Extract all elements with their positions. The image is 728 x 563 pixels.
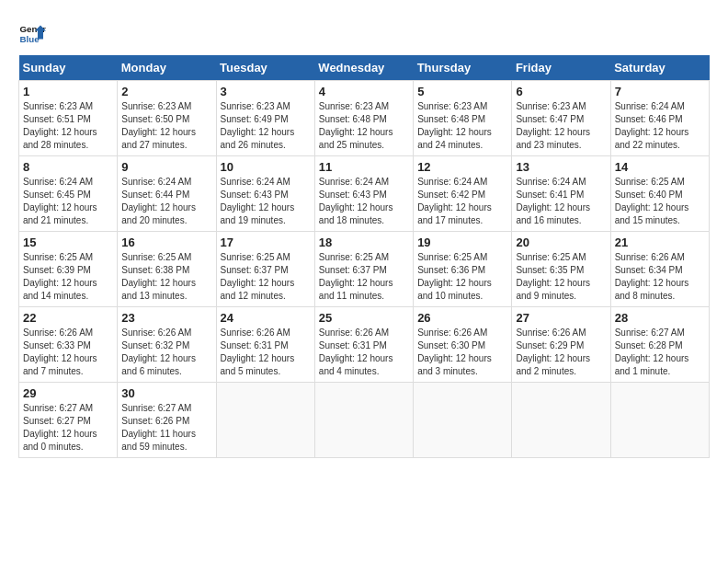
day-info: Sunrise: 6:26 AMSunset: 6:32 PMDaylight:… [121,327,211,378]
day-number: 27 [516,311,606,325]
day-cell-29: 29Sunrise: 6:27 AMSunset: 6:27 PMDayligh… [19,383,118,458]
day-cell-7: 7Sunrise: 6:24 AMSunset: 6:46 PMDaylight… [610,81,709,156]
day-cell-4: 4Sunrise: 6:23 AMSunset: 6:48 PMDaylight… [314,81,413,156]
day-info: Sunrise: 6:25 AMSunset: 6:37 PMDaylight:… [319,251,409,303]
day-number: 25 [319,311,409,325]
day-cell-21: 21Sunrise: 6:26 AMSunset: 6:34 PMDayligh… [610,232,709,307]
weekday-header-sunday: Sunday [19,55,118,81]
day-info: Sunrise: 6:24 AMSunset: 6:41 PMDaylight:… [516,176,606,227]
weekday-header-wednesday: Wednesday [314,55,413,81]
weekday-header-monday: Monday [118,55,216,81]
day-info: Sunrise: 6:23 AMSunset: 6:48 PMDaylight:… [417,100,507,152]
day-cell-19: 19Sunrise: 6:25 AMSunset: 6:36 PMDayligh… [414,232,512,307]
day-cell-27: 27Sunrise: 6:26 AMSunset: 6:29 PMDayligh… [512,307,610,383]
day-cell-23: 23Sunrise: 6:26 AMSunset: 6:32 PMDayligh… [118,307,216,383]
day-info: Sunrise: 6:26 AMSunset: 6:33 PMDaylight:… [23,327,113,378]
day-number: 13 [516,160,606,174]
empty-cell [610,383,709,458]
day-cell-25: 25Sunrise: 6:26 AMSunset: 6:31 PMDayligh… [314,307,413,383]
svg-text:Blue: Blue [20,34,40,44]
day-number: 19 [417,236,507,249]
logo: General Blue [18,18,46,46]
day-number: 12 [417,160,507,174]
day-number: 29 [23,386,113,400]
day-info: Sunrise: 6:25 AMSunset: 6:35 PMDaylight:… [516,251,606,303]
day-info: Sunrise: 6:24 AMSunset: 6:45 PMDaylight:… [23,176,113,227]
day-cell-30: 30Sunrise: 6:27 AMSunset: 6:26 PMDayligh… [118,383,216,458]
day-info: Sunrise: 6:24 AMSunset: 6:42 PMDaylight:… [417,176,507,227]
day-info: Sunrise: 6:26 AMSunset: 6:31 PMDaylight:… [221,327,311,378]
calendar-week-row: 15Sunrise: 6:25 AMSunset: 6:39 PMDayligh… [19,232,710,307]
day-info: Sunrise: 6:24 AMSunset: 6:44 PMDaylight:… [121,176,211,227]
day-info: Sunrise: 6:24 AMSunset: 6:43 PMDaylight:… [221,176,311,227]
day-number: 15 [23,236,113,249]
day-cell-28: 28Sunrise: 6:27 AMSunset: 6:28 PMDayligh… [610,307,709,383]
day-cell-15: 15Sunrise: 6:25 AMSunset: 6:39 PMDayligh… [19,232,118,307]
day-number: 20 [516,236,606,249]
day-number: 3 [221,85,311,98]
weekday-header-friday: Friday [512,55,610,81]
day-number: 1 [23,85,113,98]
day-number: 22 [23,311,113,325]
calendar-week-row: 8Sunrise: 6:24 AMSunset: 6:45 PMDaylight… [19,156,710,232]
day-cell-11: 11Sunrise: 6:24 AMSunset: 6:43 PMDayligh… [314,156,413,232]
day-cell-13: 13Sunrise: 6:24 AMSunset: 6:41 PMDayligh… [512,156,610,232]
day-info: Sunrise: 6:23 AMSunset: 6:49 PMDaylight:… [221,100,311,152]
empty-cell [314,383,413,458]
calendar-week-row: 1Sunrise: 6:23 AMSunset: 6:51 PMDaylight… [19,81,710,156]
day-info: Sunrise: 6:23 AMSunset: 6:48 PMDaylight:… [319,100,409,152]
day-number: 26 [417,311,507,325]
day-number: 9 [121,160,211,174]
day-number: 10 [221,160,311,174]
day-cell-3: 3Sunrise: 6:23 AMSunset: 6:49 PMDaylight… [216,81,314,156]
day-cell-20: 20Sunrise: 6:25 AMSunset: 6:35 PMDayligh… [512,232,610,307]
day-info: Sunrise: 6:25 AMSunset: 6:40 PMDaylight:… [615,176,705,227]
day-info: Sunrise: 6:23 AMSunset: 6:50 PMDaylight:… [121,100,211,152]
weekday-header-row: SundayMondayTuesdayWednesdayThursdayFrid… [19,55,710,81]
day-info: Sunrise: 6:27 AMSunset: 6:26 PMDaylight:… [121,402,211,454]
day-info: Sunrise: 6:27 AMSunset: 6:27 PMDaylight:… [23,402,113,454]
day-info: Sunrise: 6:23 AMSunset: 6:51 PMDaylight:… [23,100,113,152]
day-info: Sunrise: 6:24 AMSunset: 6:43 PMDaylight:… [319,176,409,227]
day-number: 4 [319,85,409,98]
day-number: 16 [121,236,211,249]
day-cell-10: 10Sunrise: 6:24 AMSunset: 6:43 PMDayligh… [216,156,314,232]
day-info: Sunrise: 6:23 AMSunset: 6:47 PMDaylight:… [516,100,606,152]
day-info: Sunrise: 6:25 AMSunset: 6:37 PMDaylight:… [221,251,311,303]
day-number: 2 [121,85,211,98]
calendar-table: SundayMondayTuesdayWednesdayThursdayFrid… [18,55,710,458]
day-cell-24: 24Sunrise: 6:26 AMSunset: 6:31 PMDayligh… [216,307,314,383]
day-cell-8: 8Sunrise: 6:24 AMSunset: 6:45 PMDaylight… [19,156,118,232]
day-cell-17: 17Sunrise: 6:25 AMSunset: 6:37 PMDayligh… [216,232,314,307]
page-header: General Blue [18,18,710,46]
day-cell-6: 6Sunrise: 6:23 AMSunset: 6:47 PMDaylight… [512,81,610,156]
day-number: 14 [615,160,705,174]
day-number: 17 [221,236,311,249]
day-info: Sunrise: 6:25 AMSunset: 6:39 PMDaylight:… [23,251,113,303]
day-number: 21 [615,236,705,249]
day-number: 8 [23,160,113,174]
day-cell-26: 26Sunrise: 6:26 AMSunset: 6:30 PMDayligh… [414,307,512,383]
day-number: 6 [516,85,606,98]
day-cell-16: 16Sunrise: 6:25 AMSunset: 6:38 PMDayligh… [118,232,216,307]
weekday-header-tuesday: Tuesday [216,55,314,81]
day-cell-12: 12Sunrise: 6:24 AMSunset: 6:42 PMDayligh… [414,156,512,232]
logo-icon: General Blue [18,18,46,46]
weekday-header-saturday: Saturday [610,55,709,81]
day-cell-1: 1Sunrise: 6:23 AMSunset: 6:51 PMDaylight… [19,81,118,156]
day-cell-9: 9Sunrise: 6:24 AMSunset: 6:44 PMDaylight… [118,156,216,232]
day-number: 24 [221,311,311,325]
empty-cell [414,383,512,458]
day-info: Sunrise: 6:25 AMSunset: 6:36 PMDaylight:… [417,251,507,303]
day-info: Sunrise: 6:26 AMSunset: 6:29 PMDaylight:… [516,327,606,378]
day-info: Sunrise: 6:26 AMSunset: 6:34 PMDaylight:… [615,251,705,303]
day-cell-22: 22Sunrise: 6:26 AMSunset: 6:33 PMDayligh… [19,307,118,383]
day-cell-2: 2Sunrise: 6:23 AMSunset: 6:50 PMDaylight… [118,81,216,156]
day-number: 7 [615,85,705,98]
day-info: Sunrise: 6:26 AMSunset: 6:31 PMDaylight:… [319,327,409,378]
day-number: 23 [121,311,211,325]
day-info: Sunrise: 6:24 AMSunset: 6:46 PMDaylight:… [615,100,705,152]
calendar-week-row: 29Sunrise: 6:27 AMSunset: 6:27 PMDayligh… [19,383,710,458]
day-cell-18: 18Sunrise: 6:25 AMSunset: 6:37 PMDayligh… [314,232,413,307]
empty-cell [512,383,610,458]
